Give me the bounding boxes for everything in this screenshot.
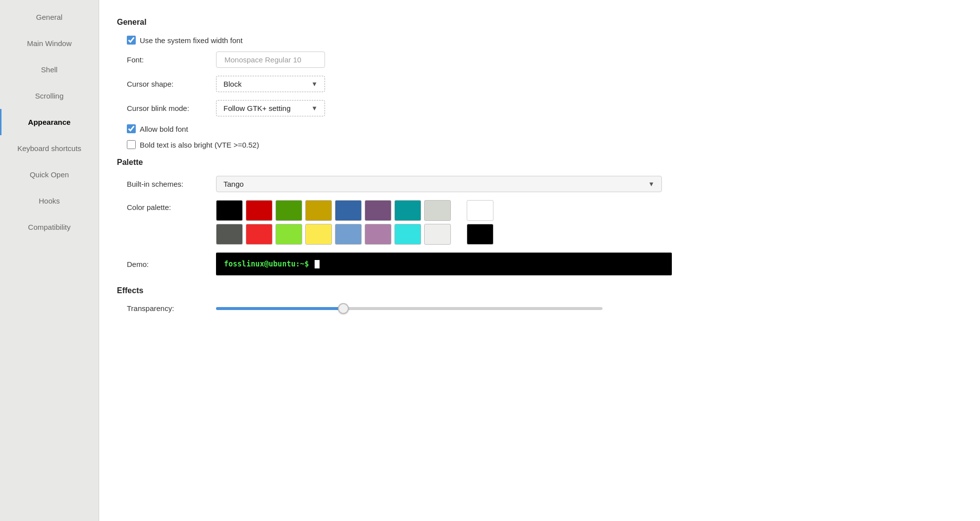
- swatch-0-3[interactable]: [305, 200, 332, 221]
- cursor-blink-value: Follow GTK+ setting: [223, 104, 290, 112]
- swatch-1-4[interactable]: [335, 224, 362, 245]
- cursor-blink-arrow-icon: ▼: [311, 104, 318, 112]
- bold-bright-label: Bold text is also bright (VTE >=0.52): [140, 141, 259, 149]
- demo-row: Demo: fosslinux@ubuntu:~$: [127, 253, 962, 275]
- demo-terminal: fosslinux@ubuntu:~$: [216, 253, 672, 275]
- swatch-0-6[interactable]: [394, 200, 421, 221]
- sidebar-item-hooks[interactable]: Hooks: [0, 188, 99, 214]
- palette-section-title: Palette: [117, 158, 962, 167]
- allow-bold-checkbox[interactable]: [127, 124, 136, 133]
- effects-section-title: Effects: [117, 286, 962, 295]
- transparency-label: Transparency:: [127, 304, 216, 313]
- sidebar-item-compatibility[interactable]: Compatibility: [0, 214, 99, 240]
- cursor-shape-select[interactable]: Block ▼: [216, 76, 325, 92]
- swatch-0-2[interactable]: [275, 200, 302, 221]
- swatch-1-7[interactable]: [424, 224, 451, 245]
- sidebar-item-appearance[interactable]: Appearance: [0, 109, 99, 135]
- color-row-1: [216, 200, 493, 221]
- cursor-shape-arrow-icon: ▼: [311, 80, 318, 88]
- cursor-blink-row: Cursor blink mode: Follow GTK+ setting ▼: [127, 100, 962, 116]
- color-grid: [216, 200, 493, 245]
- cursor-shape-row: Cursor shape: Block ▼: [127, 76, 962, 92]
- swatch-0-8[interactable]: [467, 200, 493, 221]
- transparency-slider-fill: [216, 307, 343, 310]
- transparency-row: Transparency:: [127, 304, 962, 313]
- transparency-slider-thumb[interactable]: [338, 303, 349, 314]
- builtin-schemes-arrow-icon: ▼: [648, 180, 654, 188]
- allow-bold-label: Allow bold font: [140, 125, 188, 133]
- demo-label: Demo:: [127, 260, 216, 268]
- font-label: Font:: [127, 55, 216, 64]
- bold-bright-row: Bold text is also bright (VTE >=0.52): [127, 140, 962, 149]
- sidebar-item-quick-open[interactable]: Quick Open: [0, 161, 99, 188]
- font-row: Font: Monospace Regular 10: [127, 52, 962, 68]
- use-system-font-checkbox[interactable]: [127, 36, 136, 45]
- demo-prompt-text: [309, 260, 314, 268]
- use-system-font-row: Use the system fixed width font: [127, 36, 962, 45]
- main-content: General Use the system fixed width font …: [99, 0, 980, 521]
- builtin-schemes-row: Built-in schemes: Tango ▼: [127, 176, 962, 192]
- swatch-1-5[interactable]: [365, 224, 391, 245]
- builtin-schemes-select[interactable]: Tango ▼: [216, 176, 662, 192]
- swatch-1-6[interactable]: [394, 224, 421, 245]
- swatch-1-1[interactable]: [246, 224, 272, 245]
- swatch-1-0[interactable]: [216, 224, 243, 245]
- bold-bright-checkbox[interactable]: [127, 140, 136, 149]
- sidebar-item-main-window[interactable]: Main Window: [0, 30, 99, 56]
- demo-cursor: [315, 260, 320, 268]
- transparency-slider-track[interactable]: [216, 307, 602, 310]
- swatch-0-1[interactable]: [246, 200, 272, 221]
- sidebar-item-keyboard-shortcuts[interactable]: Keyboard shortcuts: [0, 135, 99, 161]
- cursor-blink-label: Cursor blink mode:: [127, 104, 216, 112]
- use-system-font-label: Use the system fixed width font: [140, 36, 243, 45]
- swatch-1-3[interactable]: [305, 224, 332, 245]
- font-display: Monospace Regular 10: [216, 52, 325, 68]
- builtin-schemes-label: Built-in schemes:: [127, 180, 216, 188]
- allow-bold-row: Allow bold font: [127, 124, 962, 133]
- cursor-shape-label: Cursor shape:: [127, 80, 216, 88]
- color-row-2: [216, 224, 493, 245]
- swatch-0-7[interactable]: [424, 200, 451, 221]
- swatch-1-8[interactable]: [467, 224, 493, 245]
- sidebar: General Main Window Shell Scrolling Appe…: [0, 0, 99, 521]
- builtin-schemes-value: Tango: [223, 180, 244, 188]
- swatch-0-4[interactable]: [335, 200, 362, 221]
- swatch-0-0[interactable]: [216, 200, 243, 221]
- sidebar-item-shell[interactable]: Shell: [0, 56, 99, 83]
- sidebar-item-general[interactable]: General: [0, 4, 99, 30]
- color-palette-row: Color palette:: [127, 200, 962, 245]
- cursor-shape-value: Block: [223, 80, 242, 88]
- sidebar-item-scrolling[interactable]: Scrolling: [0, 83, 99, 109]
- cursor-blink-select[interactable]: Follow GTK+ setting ▼: [216, 100, 325, 116]
- swatch-0-5[interactable]: [365, 200, 391, 221]
- swatch-1-2[interactable]: [275, 224, 302, 245]
- demo-user-text: fosslinux@ubuntu:~$: [224, 260, 309, 268]
- general-section-title: General: [117, 18, 962, 27]
- color-palette-label: Color palette:: [127, 200, 216, 211]
